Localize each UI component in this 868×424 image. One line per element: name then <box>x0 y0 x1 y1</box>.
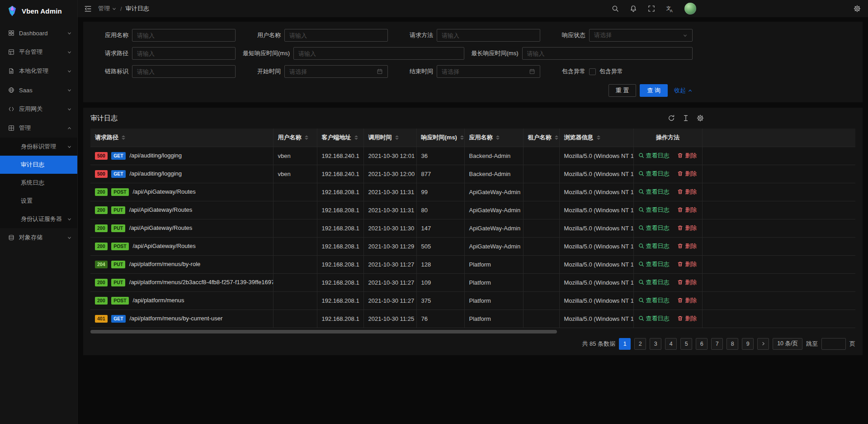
min-response-time-field[interactable] <box>293 47 464 60</box>
page-button-7[interactable]: 7 <box>711 338 723 350</box>
end-time-datepicker[interactable] <box>437 65 540 78</box>
view-log-button[interactable]: 查看日志 <box>638 224 670 232</box>
response-status-select[interactable]: 请选择 <box>589 29 693 42</box>
sidebar-item-system-log[interactable]: 系统日志 <box>0 174 77 192</box>
delete-button[interactable]: 删除 <box>677 296 697 305</box>
delete-button[interactable]: 删除 <box>677 188 697 196</box>
column-height-icon[interactable] <box>682 114 689 122</box>
delete-button[interactable]: 删除 <box>677 170 697 178</box>
view-log-button[interactable]: 查看日志 <box>638 206 670 214</box>
sidebar-item-auth-server[interactable]: 身份认证服务器 <box>0 210 77 228</box>
delete-button[interactable]: 删除 <box>677 260 697 268</box>
app-name-field[interactable] <box>132 29 236 42</box>
request-path-input[interactable] <box>137 50 231 57</box>
trace-id-field[interactable] <box>132 65 236 78</box>
settings-gear-icon[interactable] <box>854 5 861 12</box>
view-log-button[interactable]: 查看日志 <box>638 188 670 196</box>
sort-icon[interactable] <box>354 135 358 140</box>
bell-icon[interactable] <box>630 5 637 12</box>
request-path-cell: 204 PUT /api/platform/menus/by-role <box>90 255 273 273</box>
column-header[interactable]: 客户端地址 <box>317 129 363 147</box>
page-button-6[interactable]: 6 <box>696 338 708 350</box>
sidebar-item-dashboard[interactable]: Dashboard <box>0 24 77 43</box>
reset-button[interactable]: 重 置 <box>609 84 637 97</box>
column-header[interactable]: 租户名称 <box>523 129 559 147</box>
view-log-button[interactable]: 查看日志 <box>638 170 670 178</box>
page-button-9[interactable]: 9 <box>742 338 754 350</box>
sidebar-item-settings[interactable]: 设置 <box>0 192 77 210</box>
audit-table: 请求路径 用户名称 客户端地址 调用时间 响应时间(ms) 应用名称 租户名称 … <box>90 129 855 328</box>
max-response-time-field[interactable] <box>522 47 693 60</box>
column-header[interactable]: 用户名称 <box>273 129 317 147</box>
column-header[interactable]: 浏览器信息 <box>559 129 633 147</box>
page-button-4[interactable]: 4 <box>665 338 677 350</box>
sort-icon[interactable] <box>122 135 125 140</box>
page-button-3[interactable]: 3 <box>650 338 661 350</box>
user-name-field[interactable] <box>284 29 388 42</box>
page-size-select[interactable]: 10 条/页 <box>773 338 802 350</box>
trace-id-input[interactable] <box>137 68 231 75</box>
avatar[interactable] <box>684 3 696 14</box>
page-button-5[interactable]: 5 <box>680 338 692 350</box>
page-button-2[interactable]: 2 <box>634 338 646 350</box>
sidebar-item-identity-management[interactable]: 身份标识管理 <box>0 138 77 156</box>
column-header[interactable]: 应用名称 <box>464 129 523 147</box>
table-settings-icon[interactable] <box>697 114 704 122</box>
sort-icon[interactable] <box>395 135 399 140</box>
jump-input[interactable] <box>821 338 846 350</box>
column-header[interactable]: 调用时间 <box>363 129 416 147</box>
start-time-input[interactable] <box>289 68 374 75</box>
logo[interactable]: Vben Admin <box>0 0 77 22</box>
view-log-button[interactable]: 查看日志 <box>638 278 670 286</box>
filter-field-min-response-time: 最短响应时间(ms) <box>243 47 472 60</box>
fullscreen-icon[interactable] <box>648 5 655 12</box>
user-name-input[interactable] <box>289 32 383 39</box>
sidebar-item-object-storage[interactable]: 对象存储 <box>0 228 77 247</box>
sidebar-item-localization[interactable]: 本地化管理 <box>0 62 77 81</box>
delete-button[interactable]: 删除 <box>677 278 697 286</box>
request-path-field[interactable] <box>132 47 236 60</box>
delete-button[interactable]: 删除 <box>677 224 697 232</box>
view-log-button[interactable]: 查看日志 <box>638 260 670 268</box>
min-response-time-input[interactable] <box>298 50 459 57</box>
sort-icon[interactable] <box>496 135 500 140</box>
delete-button[interactable]: 删除 <box>677 242 697 250</box>
search-button[interactable]: 查 询 <box>640 84 668 97</box>
app-name-input[interactable] <box>137 32 231 39</box>
start-time-datepicker[interactable] <box>284 65 388 78</box>
delete-button[interactable]: 删除 <box>677 314 697 323</box>
view-log-button[interactable]: 查看日志 <box>638 152 670 160</box>
view-log-button[interactable]: 查看日志 <box>638 242 670 250</box>
menu-fold-icon[interactable] <box>84 5 92 13</box>
sidebar-item-saas[interactable]: Saas <box>0 81 77 100</box>
breadcrumb-parent[interactable]: 管理 <box>98 5 117 13</box>
page-button-8[interactable]: 8 <box>726 338 738 350</box>
view-log-button[interactable]: 查看日志 <box>638 314 670 323</box>
delete-button[interactable]: 删除 <box>677 206 697 214</box>
max-response-time-input[interactable] <box>527 50 688 57</box>
next-page-button[interactable] <box>757 338 769 350</box>
view-log-button[interactable]: 查看日志 <box>638 296 670 305</box>
collapse-link[interactable]: 收起 <box>674 86 693 95</box>
column-header[interactable]: 响应时间(ms) <box>416 129 464 147</box>
sort-icon[interactable] <box>597 135 600 140</box>
request-method-input[interactable] <box>442 32 535 39</box>
column-header[interactable]: 请求路径 <box>90 129 273 147</box>
page-button-1[interactable]: 1 <box>619 338 631 350</box>
refresh-icon[interactable] <box>668 114 675 122</box>
sidebar-item-gateway[interactable]: 应用网关 <box>0 100 77 119</box>
translate-icon[interactable]: 文A <box>666 5 674 13</box>
sidebar-item-platform[interactable]: 平台管理 <box>0 43 77 62</box>
sort-icon[interactable] <box>555 135 558 140</box>
sidebar-item-management[interactable]: 管理 <box>0 119 77 138</box>
delete-button[interactable]: 删除 <box>677 152 697 160</box>
has-exception-checkbox[interactable] <box>589 68 596 75</box>
search-icon[interactable] <box>612 5 619 12</box>
horizontal-scrollbar-thumb[interactable] <box>90 330 557 333</box>
sort-icon[interactable] <box>460 135 464 140</box>
menu-item-label: 应用网关 <box>19 105 62 113</box>
sidebar-item-audit-log[interactable]: 审计日志 <box>0 156 77 174</box>
end-time-input[interactable] <box>442 68 526 75</box>
request-method-field[interactable] <box>437 29 540 42</box>
sort-icon[interactable] <box>305 135 308 140</box>
